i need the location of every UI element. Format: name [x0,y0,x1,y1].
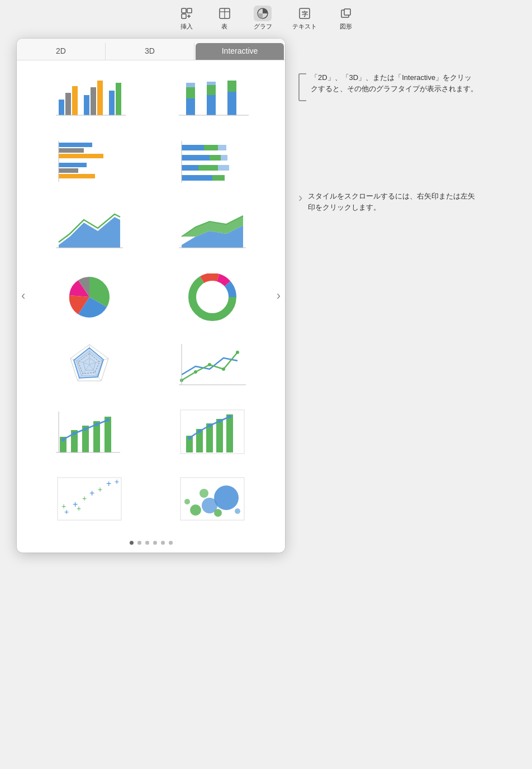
text-icon: 字 [296,6,314,21]
svg-point-92 [188,436,191,440]
chart-cell-area[interactable] [28,196,151,263]
pie-chart-icon [53,273,126,321]
svg-rect-35 [59,168,78,173]
svg-rect-36 [59,174,95,178]
stacked-area-chart-icon [176,206,249,253]
grouped-hbar-chart-icon [53,138,126,186]
svg-point-79 [61,438,65,441]
chart-cell-bar-line[interactable] [28,399,151,466]
svg-point-108 [214,485,239,510]
toolbar-item-text[interactable]: 字 テキスト [292,6,317,31]
svg-point-114 [184,499,190,504]
chart-cell-bar-line2[interactable] [151,399,274,466]
svg-point-95 [218,419,221,423]
svg-rect-22 [186,98,195,115]
svg-rect-13 [59,100,64,115]
svg-point-69 [208,363,211,366]
svg-rect-28 [227,92,236,115]
dot-3[interactable] [145,541,149,545]
shape-icon [337,6,355,21]
chart-cell-grouped-hbar[interactable] [28,128,151,196]
dot-5[interactable] [161,541,165,545]
svg-rect-18 [97,81,103,115]
dot-4[interactable] [153,541,157,545]
svg-text:+: + [77,504,81,513]
svg-text:+: + [61,502,66,511]
scatter-chart-icon: + + + + + + + + + [53,477,126,524]
svg-rect-25 [207,95,216,115]
toolbar: 挿入 表 グラフ 字 テキスト [0,0,532,34]
chart-picker-panel: 2D 3D Interactive ‹ [17,39,285,553]
chart-cell-stacked-area[interactable] [151,196,274,263]
svg-rect-31 [59,143,92,147]
tab-3d[interactable]: 3D [106,43,194,60]
dot-6[interactable] [169,541,173,545]
svg-rect-38 [182,145,204,150]
svg-rect-46 [218,165,229,171]
toolbar-label-text: テキスト [292,22,317,31]
svg-rect-2 [182,14,186,18]
dot-1[interactable] [130,541,134,545]
chart-cell-radar[interactable] [28,331,151,399]
svg-rect-78 [104,417,111,452]
donut-chart-icon [176,273,249,321]
svg-text:+: + [115,477,119,486]
svg-rect-17 [91,87,96,115]
svg-rect-20 [116,83,121,115]
svg-rect-23 [186,87,195,98]
chart-icon [254,6,272,21]
svg-text:字: 字 [301,11,307,17]
chart-cell-line[interactable] [151,331,274,399]
grouped-bar-chart-icon [53,70,126,118]
bubble-chart-icon [176,477,249,524]
tab-annotation-text: 「2D」、「3D」、または「Interactive」をクリックすると、その他のグ… [311,72,478,94]
toolbar-item-insert[interactable]: 挿入 [178,6,196,31]
svg-text:+: + [98,485,102,494]
svg-rect-34 [59,163,87,167]
svg-point-94 [208,424,211,427]
arrow-annotation-text: スタイルをスクロールするには、右矢印または左矢印をクリックします。 [308,191,476,213]
toolbar-item-chart[interactable]: グラフ [254,6,272,31]
nav-arrow-left[interactable]: ‹ [17,286,30,305]
svg-text:+: + [89,488,94,498]
stacked-hbar-chart-icon [176,138,249,186]
chart-cell-scatter[interactable]: + + + + + + + + + [28,466,151,534]
arrow-annotation: › スタイルをスクロールするには、右矢印または左矢印をクリックします。 [298,191,497,213]
chart-cell-stacked-bar[interactable] [151,60,274,128]
toolbar-label-shape: 図形 [340,22,352,31]
svg-rect-90 [216,419,223,452]
svg-rect-26 [207,85,216,95]
radar-chart-icon [53,341,126,389]
stacked-bar-chart-icon [176,70,249,118]
svg-rect-89 [206,423,213,452]
svg-point-71 [236,351,239,354]
toolbar-item-shape[interactable]: 図形 [337,6,355,31]
svg-point-82 [95,423,98,426]
toolbar-item-table[interactable]: 表 [216,6,234,31]
svg-text:+: + [82,494,87,503]
svg-point-111 [214,509,222,517]
chart-cell-bubble[interactable] [151,466,274,534]
toolbar-label-insert: 挿入 [180,22,193,31]
chart-cell-pie[interactable] [28,263,151,331]
svg-rect-0 [182,8,186,13]
nav-arrow-right[interactable]: › [272,286,285,305]
tab-interactive[interactable]: Interactive [196,43,284,60]
svg-point-81 [84,427,87,431]
dot-2[interactable] [137,541,141,545]
chart-cell-donut[interactable] [151,263,274,331]
svg-rect-44 [182,165,198,171]
chart-cell-stacked-hbar[interactable] [151,128,274,196]
annotations: 「2D」、「3D」、または「Interactive」をクリックすると、その他のグ… [285,39,497,213]
svg-rect-39 [204,145,218,150]
svg-rect-16 [84,95,89,115]
tab-2d[interactable]: 2D [17,43,106,60]
svg-rect-47 [182,175,212,181]
svg-point-96 [228,415,231,418]
area-chart-icon [53,206,126,253]
chart-cell-grouped-bar[interactable] [28,60,151,128]
svg-point-80 [73,432,76,435]
svg-rect-45 [198,165,218,171]
svg-rect-14 [65,93,71,115]
svg-point-110 [190,504,201,516]
